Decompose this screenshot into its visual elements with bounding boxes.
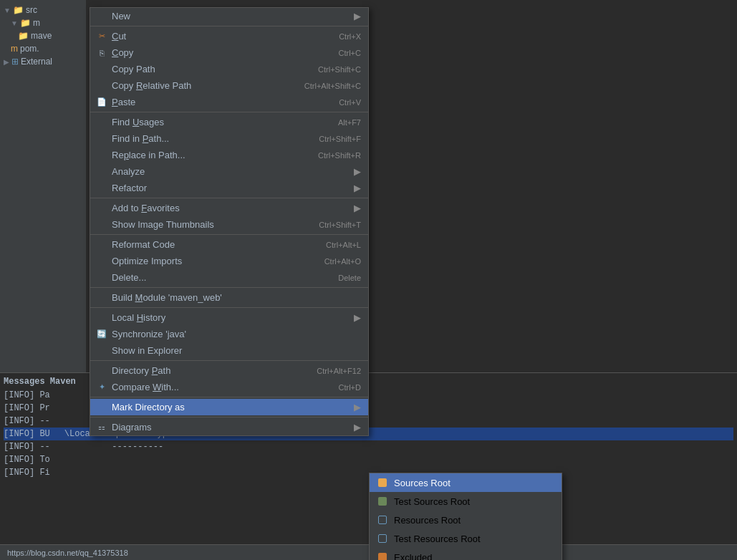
test-sources-root-icon <box>377 496 388 507</box>
separator-8 <box>90 397 368 397</box>
menu-item-diagrams[interactable]: ⚏ Diagrams ▶ <box>90 419 368 435</box>
menu-item-refactor[interactable]: Refactor ▶ <box>90 180 368 196</box>
status-bar-text: https://blog.csdn.net/qq_41375318 <box>7 549 128 557</box>
menu-item-directory-path[interactable]: Directory Path Ctrl+Alt+F12 <box>90 362 368 379</box>
tree-item-external[interactable]: ▶ ⊞ External <box>0 55 86 68</box>
cut-icon: ✂ <box>96 31 107 42</box>
menu-item-copy[interactable]: ⎘ Copy Ctrl+C <box>90 44 368 61</box>
submenu-arrow-favorites: ▶ <box>354 203 361 213</box>
msg-line-5: [INFO] -- ---------- <box>4 440 733 453</box>
context-menu: New ▶ ✂ Cut Ctrl+X ⎘ Copy Ctrl+C Copy Pa… <box>90 7 369 436</box>
separator-6 <box>90 307 368 308</box>
msg-line-6: [INFO] To <box>4 453 733 466</box>
menu-item-optimize-imports[interactable]: Optimize Imports Ctrl+Alt+O <box>90 253 368 269</box>
menu-item-reformat-code[interactable]: Reformat Code Ctrl+Alt+L <box>90 236 368 253</box>
tree-item-src[interactable]: ▼ 📁 src <box>0 4 86 16</box>
menu-item-new[interactable]: New ▶ <box>90 8 368 24</box>
test-sources-root-label: Test Sources Root <box>394 496 470 507</box>
menu-item-paste[interactable]: 📄 Paste Ctrl+V <box>90 94 368 110</box>
separator-1 <box>90 26 368 26</box>
menu-item-copy-path[interactable]: Copy Path Ctrl+Shift+C <box>90 61 368 77</box>
submenu-arrow-diagrams: ▶ <box>354 422 361 433</box>
submenu-mark-directory: Sources Root Test Sources Root Resources… <box>369 473 562 560</box>
submenu-item-sources-root[interactable]: Sources Root <box>370 473 562 492</box>
menu-item-find-in-path[interactable]: Find in Path... Ctrl+Shift+F <box>90 130 368 147</box>
resources-root-label: Resources Root <box>394 515 461 526</box>
sync-icon: 🔄 <box>96 329 107 340</box>
paste-icon: 📄 <box>96 97 107 108</box>
test-resources-root-label: Test Resources Root <box>394 534 481 544</box>
menu-item-show-image-thumbnails[interactable]: Show Image Thumbnails Ctrl+Shift+T <box>90 216 368 233</box>
compare-icon: ✦ <box>96 382 107 393</box>
menu-item-show-in-explorer[interactable]: Show in Explorer <box>90 342 368 359</box>
menu-item-analyze[interactable]: Analyze ▶ <box>90 163 368 180</box>
menu-item-add-to-favorites[interactable]: Add to Favorites ▶ <box>90 200 368 216</box>
separator-7 <box>90 360 368 361</box>
menu-item-find-usages[interactable]: Find Usages Alt+F7 <box>90 114 368 130</box>
submenu-arrow-refactor: ▶ <box>354 183 361 193</box>
submenu-item-excluded[interactable]: Excluded <box>370 548 562 560</box>
menu-item-synchronize[interactable]: 🔄 Synchronize 'java' <box>90 326 368 342</box>
tree-item-mave[interactable]: 📁 mave <box>0 29 86 42</box>
sources-root-label: Sources Root <box>394 478 451 488</box>
menu-item-replace-in-path[interactable]: Replace in Path... Ctrl+Shift+R <box>90 147 368 163</box>
excluded-icon <box>377 551 388 560</box>
submenu-item-test-sources-root[interactable]: Test Sources Root <box>370 492 562 511</box>
menu-item-delete[interactable]: Delete... Delete <box>90 269 368 286</box>
submenu-item-test-resources-root[interactable]: Test Resources Root <box>370 529 562 548</box>
menu-item-cut[interactable]: ✂ Cut Ctrl+X <box>90 28 368 44</box>
submenu-arrow-mark: ▶ <box>354 402 361 412</box>
submenu-arrow-history: ▶ <box>354 312 361 323</box>
tree-item-m[interactable]: ▼ 📁 m <box>0 16 86 29</box>
excluded-label: Excluded <box>394 552 432 561</box>
test-resources-root-icon <box>377 533 388 544</box>
separator-5 <box>90 287 368 288</box>
menu-item-mark-directory-as[interactable]: Mark Directory as ▶ <box>90 399 368 415</box>
separator-3 <box>90 198 368 198</box>
separator-9 <box>90 417 368 417</box>
submenu-arrow-new: ▶ <box>354 11 361 21</box>
resources-root-icon <box>377 514 388 526</box>
tree-item-maven[interactable]: m pom. <box>0 42 86 55</box>
menu-item-local-history[interactable]: Local History ▶ <box>90 309 368 326</box>
menu-item-build-module[interactable]: Build Module 'maven_web' <box>90 289 368 306</box>
menu-item-copy-relative-path[interactable]: Copy Relative Path Ctrl+Alt+Shift+C <box>90 77 368 94</box>
sources-root-icon <box>377 477 388 488</box>
separator-2 <box>90 112 368 112</box>
diagrams-icon: ⚏ <box>96 422 107 433</box>
menu-item-compare-with[interactable]: ✦ Compare With... Ctrl+D <box>90 379 368 395</box>
copy-icon: ⎘ <box>96 47 107 59</box>
submenu-arrow-analyze: ▶ <box>354 166 361 177</box>
submenu-item-resources-root[interactable]: Resources Root <box>370 511 562 529</box>
separator-4 <box>90 234 368 235</box>
